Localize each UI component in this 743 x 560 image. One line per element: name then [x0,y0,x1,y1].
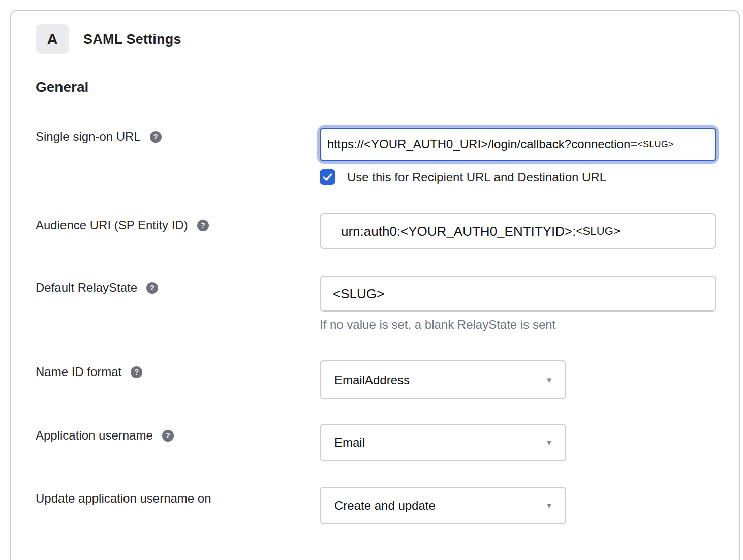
chevron-down-icon: ▼ [545,376,553,384]
audience-uri-label-group: Audience URI (SP Entity ID) ? [36,213,320,232]
general-section-heading: General [36,79,739,96]
checkmark-icon [323,173,332,181]
relay-state-row: Default RelayState ? <SLUG> If no value … [36,276,739,332]
help-icon[interactable]: ? [197,220,209,231]
help-icon[interactable]: ? [146,282,158,294]
relay-state-helper-text: If no value is set, a blank RelayState i… [320,318,716,332]
sso-url-value-slug: <SLUG> [637,139,673,150]
application-username-value: Email [334,435,365,450]
card-title: SAML Settings [83,32,181,47]
sso-url-input[interactable]: https://<YOUR_AUTH0_URI>/login/callback?… [320,128,716,161]
name-id-format-select[interactable]: EmailAddress ▼ [320,360,566,399]
card-header: A SAML Settings [36,24,739,54]
recipient-url-checkbox[interactable] [320,169,335,185]
relay-state-input[interactable]: <SLUG> [320,276,716,312]
update-username-select[interactable]: Create and update ▼ [320,487,566,524]
help-icon[interactable]: ? [162,430,174,442]
relay-state-label: Default RelayState [36,281,137,295]
sso-url-label: Single sign-on URL [36,130,141,144]
help-icon[interactable]: ? [150,131,162,143]
update-username-value: Create and update [334,499,436,513]
chevron-down-icon: ▼ [545,438,553,447]
help-icon[interactable]: ? [131,366,142,378]
recipient-url-checkbox-label[interactable]: Use this for Recipient URL and Destinati… [347,170,606,184]
name-id-format-label: Name ID format [36,365,121,379]
audience-uri-value: urn:auth0:<YOUR_AUTH0_ENTITYID>: [341,224,576,239]
application-username-select[interactable]: Email ▼ [320,424,566,461]
saml-settings-card: A SAML Settings General Single sign-on U… [10,10,740,560]
audience-uri-value-slug: <SLUG> [576,225,620,238]
chevron-down-icon: ▼ [545,501,553,510]
relay-state-label-group: Default RelayState ? [36,276,320,295]
recipient-url-checkbox-row: Use this for Recipient URL and Destinati… [320,169,716,185]
audience-uri-label: Audience URI (SP Entity ID) [36,218,188,232]
sso-url-label-group: Single sign-on URL ? [36,125,320,144]
update-username-label-group: Update application username on [36,487,320,506]
audience-uri-row: Audience URI (SP Entity ID) ? urn:auth0:… [36,213,739,249]
update-username-row: Update application username on Create an… [36,487,739,524]
name-id-format-row: Name ID format ? EmailAddress ▼ [36,360,739,399]
name-id-format-value: EmailAddress [334,373,410,387]
relay-state-value: <SLUG> [333,286,384,302]
audience-uri-input[interactable]: urn:auth0:<YOUR_AUTH0_ENTITYID>:<SLUG> [320,213,716,249]
section-letter-badge: A [36,24,69,54]
name-id-format-label-group: Name ID format ? [36,360,320,379]
sso-url-value: https://<YOUR_AUTH0_URI>/login/callback?… [327,137,637,151]
application-username-label-group: Application username ? [36,424,320,443]
sso-url-row: Single sign-on URL ? https://<YOUR_AUTH0… [36,125,739,185]
application-username-row: Application username ? Email ▼ [36,424,739,461]
update-username-label: Update application username on [36,491,211,506]
application-username-label: Application username [36,428,153,443]
